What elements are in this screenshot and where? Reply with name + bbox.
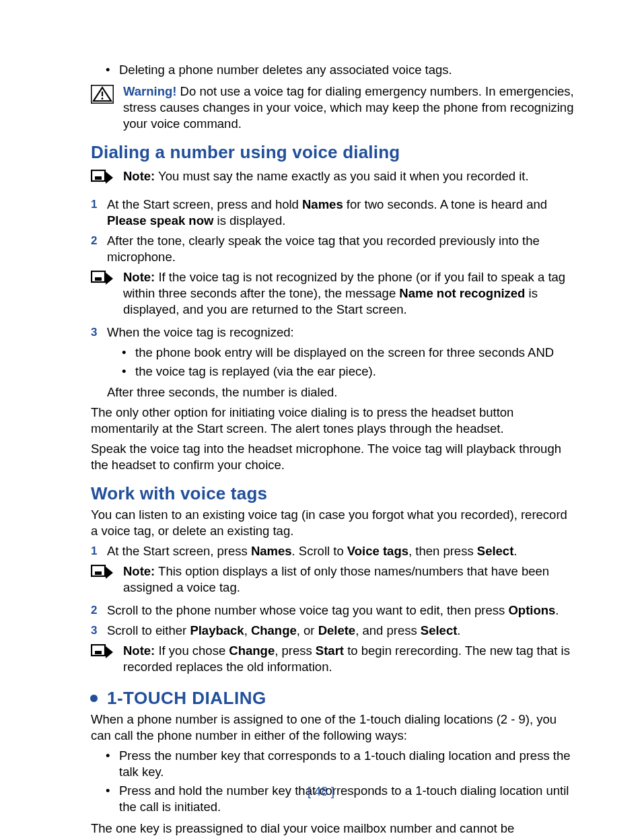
section-bullet-icon	[90, 695, 98, 702]
intro-bullet-list: Deleting a phone number deletes any asso…	[106, 62, 575, 78]
1touch-intro: When a phone number is assigned to one o…	[91, 711, 575, 744]
note-text: Note: If the voice tag is not recognized…	[123, 269, 575, 318]
note-label: Note:	[123, 564, 155, 578]
note-icon	[91, 271, 114, 291]
dialing-steps-cont: 3 When the voice tag is recognized: the …	[91, 324, 575, 400]
intro-bullet: Deleting a phone number deletes any asso…	[106, 62, 575, 78]
voice-tags-steps: 1 At the Start screen, press Names. Scro…	[91, 543, 575, 559]
note-label: Note:	[123, 643, 155, 658]
heading-1-touch-row: 1-TOUCH DIALING	[91, 687, 575, 710]
warning-text: Warning! Do not use a voice tag for dial…	[123, 83, 575, 132]
note-block: Note: If the voice tag is not recognized…	[91, 269, 575, 318]
voice-tags-steps-cont: 2 Scroll to the phone number whose voice…	[91, 602, 575, 639]
svg-point-2	[102, 98, 104, 100]
warning-block: Warning! Do not use a voice tag for dial…	[91, 83, 575, 132]
note-icon	[91, 565, 114, 585]
note-label: Note:	[123, 270, 155, 284]
step-item: 1 At the Start screen, press and hold Na…	[91, 197, 575, 229]
sub-bullet: the phone book entry will be displayed o…	[122, 345, 575, 361]
step-item: 1 At the Start screen, press Names. Scro…	[91, 543, 575, 559]
step-item: 3 Scroll to either Playback, Change, or …	[91, 623, 575, 639]
warning-icon	[91, 85, 114, 108]
note-icon	[91, 170, 114, 190]
para-headset-speak: Speak the voice tag into the headset mic…	[91, 441, 575, 473]
step3-sublist: the phone book entry will be displayed o…	[122, 345, 575, 380]
step-item: 2 Scroll to the phone number whose voice…	[91, 602, 575, 619]
warning-label: Warning!	[123, 84, 176, 98]
list-item: Press the number key that corresponds to…	[106, 748, 575, 780]
heading-1-touch: 1-TOUCH DIALING	[107, 687, 266, 710]
note-block: Note: If you chose Change, press Start t…	[91, 643, 575, 675]
note-text: Note: You must say the name exactly as y…	[123, 168, 575, 184]
sub-bullet: the voice tag is replayed (via the ear p…	[122, 363, 575, 380]
page-number: [ 48 ]	[0, 784, 642, 800]
note-block: Note: This option displays a list of onl…	[91, 563, 575, 596]
heading-work-voice-tags: Work with voice tags	[91, 483, 575, 505]
note-block: Note: You must say the name exactly as y…	[91, 168, 575, 190]
1touch-outro: The one key is preassigned to dial your …	[91, 820, 575, 840]
svg-rect-10	[95, 651, 102, 654]
1touch-bullets: Press the number key that corresponds to…	[106, 748, 575, 815]
step-item: 3 When the voice tag is recognized: the …	[91, 324, 575, 400]
svg-rect-4	[95, 176, 102, 180]
heading-dialing: Dialing a number using voice dialing	[91, 141, 575, 164]
note-icon	[91, 644, 114, 664]
step3-after: After three seconds, the number is diale…	[107, 384, 575, 400]
note-text: Note: This option displays a list of onl…	[123, 563, 575, 596]
svg-rect-6	[95, 277, 102, 281]
step-item: 2 After the tone, clearly speak the voic…	[91, 233, 575, 265]
dialing-steps: 1 At the Start screen, press and hold Na…	[91, 197, 575, 265]
note-label: Note:	[123, 169, 155, 183]
voice-tags-intro: You can listen to an existing voice tag …	[91, 507, 575, 539]
svg-rect-8	[95, 571, 102, 575]
para-headset-option: The only other option for initiating voi…	[91, 405, 575, 437]
note-text: Note: If you chose Change, press Start t…	[123, 643, 575, 675]
